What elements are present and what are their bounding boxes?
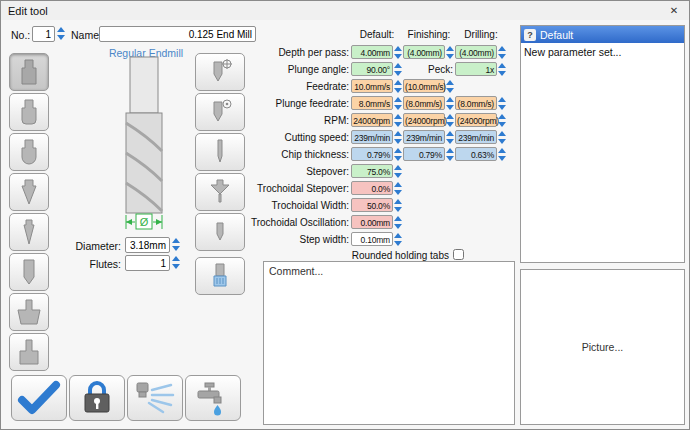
drill-center-button[interactable] xyxy=(195,53,245,91)
param-row-trochoidal-width: Trochoidal Width: 50.0% xyxy=(251,198,515,214)
drill-thin-button[interactable] xyxy=(195,133,245,171)
peck-label: Peck: xyxy=(428,64,453,75)
param-field[interactable]: 90.00° xyxy=(351,62,393,76)
param-field[interactable]: (8.0mm/s) xyxy=(455,96,497,110)
param-field[interactable]: 10.0mm/s xyxy=(351,79,393,93)
rounded-holding-tabs-checkbox[interactable] xyxy=(453,249,464,260)
diameter-spinner[interactable] xyxy=(172,238,181,251)
diameter-field[interactable] xyxy=(125,237,170,253)
param-label: RPM: xyxy=(324,115,349,126)
bullnose-icon xyxy=(16,98,42,126)
spinner-icon[interactable] xyxy=(498,63,507,76)
drill-crosshair-icon xyxy=(207,58,233,86)
comment-placeholder: Comment... xyxy=(269,265,323,277)
param-field[interactable]: 0.79% xyxy=(403,147,445,161)
param-field[interactable]: 0.79% xyxy=(351,147,393,161)
tool-name-label: Name: xyxy=(71,29,102,41)
ballnose-icon xyxy=(16,138,42,166)
spinner-icon[interactable] xyxy=(394,148,403,161)
lock-icon xyxy=(73,379,121,417)
param-field[interactable]: 239m/min xyxy=(403,130,445,144)
tool-preview: Ø xyxy=(104,55,184,231)
param-field[interactable]: 24000rpm xyxy=(351,113,393,127)
picture-box[interactable]: Picture... xyxy=(520,269,685,425)
spinner-icon[interactable] xyxy=(394,46,403,59)
param-field[interactable]: 239m/min xyxy=(351,130,393,144)
param-field[interactable]: (4.00mm) xyxy=(455,45,497,59)
spinner-icon[interactable] xyxy=(446,148,455,161)
param-field[interactable]: 50.0% xyxy=(351,198,393,212)
peck-field[interactable]: 1x xyxy=(455,62,497,76)
param-field[interactable]: 0.0% xyxy=(351,181,393,195)
spinner-icon[interactable] xyxy=(394,216,403,229)
spinner-icon[interactable] xyxy=(394,165,403,178)
flutes-field[interactable] xyxy=(125,255,170,271)
new-parameter-set-item[interactable]: New parameter set... xyxy=(521,43,684,60)
param-field[interactable]: 75.0% xyxy=(351,164,393,178)
tool-shape-facemill-button[interactable] xyxy=(9,293,49,331)
checkmark-icon xyxy=(15,379,63,417)
tool-shape-bullnose-button[interactable] xyxy=(9,93,49,131)
countersink-button[interactable] xyxy=(195,173,245,211)
coolant-button[interactable] xyxy=(185,375,241,421)
comment-area[interactable]: Comment... xyxy=(263,261,515,425)
spinner-icon[interactable] xyxy=(394,80,403,93)
spinner-icon[interactable] xyxy=(498,148,507,161)
tool-shape-ballnose-button[interactable] xyxy=(9,133,49,171)
param-field[interactable]: (24000rpm) xyxy=(403,113,445,127)
column-header-drilling: Drilling: xyxy=(455,29,507,40)
param-field[interactable]: 8.0mm/s xyxy=(351,96,393,110)
param-field[interactable]: 4.00mm xyxy=(351,45,393,59)
tool-number-spinner[interactable] xyxy=(57,27,66,40)
tool-shape-endmill-button[interactable] xyxy=(9,53,49,91)
param-field[interactable]: 0.10mm xyxy=(351,232,393,246)
spinner-icon[interactable] xyxy=(394,97,403,110)
spinner-icon[interactable] xyxy=(498,131,507,144)
param-label: Cutting speed: xyxy=(285,132,350,143)
param-field[interactable]: (8.0mm/s) xyxy=(403,96,445,110)
close-button[interactable]: ✕ xyxy=(659,1,689,20)
spinner-icon[interactable] xyxy=(446,131,455,144)
spinner-icon[interactable] xyxy=(498,97,507,110)
lock-button[interactable] xyxy=(69,375,125,421)
spinner-icon[interactable] xyxy=(394,63,403,76)
facemill-icon xyxy=(16,298,42,326)
drill-circle-button[interactable] xyxy=(195,93,245,131)
tool-shape-engraver-button[interactable] xyxy=(9,213,49,251)
param-field[interactable]: (4.00mm) xyxy=(403,45,445,59)
tool-shape-vbit-button[interactable] xyxy=(9,173,49,211)
spinner-icon[interactable] xyxy=(498,46,507,59)
faucet-icon xyxy=(189,379,237,417)
param-field[interactable]: 0.63% xyxy=(455,147,497,161)
param-label: Feedrate: xyxy=(306,81,349,92)
tool-name-field[interactable] xyxy=(99,26,256,42)
spinner-icon[interactable] xyxy=(394,114,403,127)
air-spray-button[interactable] xyxy=(127,375,183,421)
spinner-icon[interactable] xyxy=(394,182,403,195)
close-icon: ✕ xyxy=(670,5,678,16)
ok-button[interactable] xyxy=(11,375,67,421)
spinner-icon[interactable] xyxy=(446,80,455,93)
flutes-spinner[interactable] xyxy=(172,256,181,269)
param-field[interactable]: (24000rpm) xyxy=(455,113,497,127)
parameter-set-item-default[interactable]: ? Default xyxy=(521,26,684,43)
param-field[interactable]: 239m/min xyxy=(455,130,497,144)
tslot-icon xyxy=(16,338,42,366)
spinner-icon[interactable] xyxy=(446,46,455,59)
tool-shape-drill-button[interactable] xyxy=(9,253,49,291)
new-parameter-set-label: New parameter set... xyxy=(524,46,621,58)
spinner-icon[interactable] xyxy=(446,97,455,110)
spinner-icon[interactable] xyxy=(394,131,403,144)
tool-shape-tslot-button[interactable] xyxy=(9,333,49,371)
drill-icon xyxy=(16,258,42,286)
countersink-icon xyxy=(207,178,233,206)
spinner-icon[interactable] xyxy=(394,233,403,246)
spinner-icon[interactable] xyxy=(394,199,403,212)
spinner-icon[interactable] xyxy=(498,114,507,127)
coolant-tool-button[interactable] xyxy=(195,257,245,295)
drill-small-button[interactable] xyxy=(195,213,245,251)
spinner-icon[interactable] xyxy=(446,114,455,127)
tool-number-field[interactable] xyxy=(32,26,55,42)
param-field[interactable]: 0.00mm xyxy=(351,215,393,229)
param-field[interactable]: (10.0mm/s) xyxy=(403,79,445,93)
